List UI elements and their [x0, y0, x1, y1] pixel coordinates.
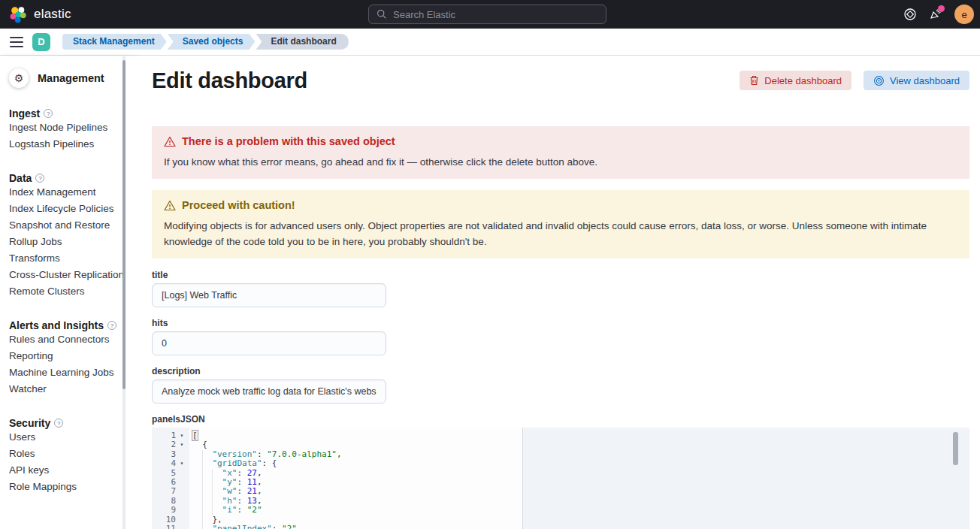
sidebar-item-transforms[interactable]: Transforms [9, 250, 134, 267]
menu-icon[interactable] [10, 37, 23, 47]
sidebar-item-cross-cluster-replication[interactable]: Cross-Cluster Replication [9, 267, 134, 283]
breadcrumb-stack-management[interactable]: Stack Management [62, 34, 167, 50]
sidebar-item-snapshot-and-restore[interactable]: Snapshot and Restore [9, 217, 134, 234]
code-line-8[interactable]: "h": 13, [189, 497, 969, 506]
code-line-4[interactable]: "gridData": { [189, 459, 969, 468]
sidebar-item-ingest-node-pipelines[interactable]: Ingest Node Pipelines [9, 119, 134, 136]
sidebar-item-rollup-jobs[interactable]: Rollup Jobs [9, 234, 134, 250]
sidebar-section-heading: Ingest? [9, 107, 134, 119]
top-header-bar: elastic e [0, 0, 980, 29]
section-help-icon: ? [35, 174, 44, 183]
elastic-logo[interactable]: elastic [9, 5, 71, 24]
breadcrumb-bar: D Stack ManagementSaved objectsEdit dash… [0, 29, 980, 56]
breadcrumb-saved-objects[interactable]: Saved objects [168, 34, 256, 50]
line-number: 4 [152, 459, 176, 468]
field-input-hits[interactable] [152, 331, 386, 355]
management-sidebar: ⚙ Management Ingest?Ingest Node Pipeline… [0, 56, 134, 529]
sidebar-item-remote-clusters[interactable]: Remote Clusters [9, 283, 134, 300]
view-dashboard-button[interactable]: View dashboard [864, 71, 969, 90]
sidebar-item-index-management[interactable]: Index Management [9, 184, 134, 201]
code-line-7[interactable]: "w": 21, [189, 487, 969, 496]
sidebar-section-heading: Alerts and Insights? [9, 319, 134, 331]
warning-icon [164, 200, 176, 211]
sidebar-item-api-keys[interactable]: API keys [9, 462, 134, 479]
sidebar-item-rules-and-connectors[interactable]: Rules and Connectors [9, 331, 134, 348]
section-help-icon: ? [54, 419, 63, 428]
breadcrumbs: Stack ManagementSaved objectsEdit dashbo… [62, 34, 349, 50]
sidebar-nav: Ingest?Ingest Node PipelinesLogstash Pip… [9, 107, 134, 495]
sidebar-scrollbar-thumb[interactable] [122, 60, 126, 389]
sidebar-item-role-mappings[interactable]: Role Mappings [9, 479, 134, 495]
line-number: 11 [152, 524, 176, 529]
code-line-9[interactable]: "i": "2" [189, 506, 969, 515]
fold-arrow-icon[interactable]: ▾ [176, 459, 188, 468]
breadcrumb-edit-dashboard: Edit dashboard [256, 34, 348, 50]
panels-json-editor[interactable]: 1▾2▾34▾56789101112▾13▾14▾ [{"version": "… [152, 428, 969, 529]
space-badge-letter: D [38, 36, 44, 47]
section-help-icon: ? [44, 109, 53, 118]
warning-icon [164, 136, 176, 147]
code-line-5[interactable]: "x": 27, [189, 469, 969, 478]
delete-icon [749, 75, 759, 86]
field-label-hits: hits [152, 318, 969, 328]
avatar-letter: e [961, 9, 966, 20]
form-fields: titlehitsdescription [152, 270, 969, 404]
error-callout-title: There is a problem with this saved objec… [182, 135, 395, 148]
sidebar-item-users[interactable]: Users [9, 429, 134, 446]
view-icon [873, 75, 885, 86]
kibana-window: elastic e [0, 0, 980, 529]
line-number: 9 [152, 506, 176, 515]
warning-callout-title: Proceed with caution! [182, 199, 295, 212]
field-label-title: title [152, 270, 969, 280]
sidebar-section-heading: Security? [9, 417, 134, 429]
page-actions: Delete dashboard View dashboard [740, 71, 969, 90]
field-input-description[interactable] [152, 379, 386, 404]
panels-json-label: panelsJSON [152, 414, 969, 425]
main-content: Edit dashboard Delete dashboard View das… [134, 56, 980, 529]
sidebar-item-machine-learning-jobs[interactable]: Machine Learning Jobs [9, 364, 134, 381]
sidebar-item-reporting[interactable]: Reporting [9, 348, 134, 364]
elastic-logo-icon [9, 5, 28, 24]
logo-text: elastic [34, 7, 71, 22]
delete-button-label: Delete dashboard [764, 75, 842, 86]
gear-icon: ⚙ [9, 68, 29, 88]
user-avatar[interactable]: e [954, 5, 974, 24]
editor-gutter: 1▾2▾34▾56789101112▾13▾14▾ [152, 428, 189, 529]
line-number: 2 [152, 440, 176, 449]
fold-arrow-icon[interactable]: ▾ [176, 431, 188, 440]
editor-code[interactable]: [{"version": "7.0.0-alpha1","gridData": … [189, 428, 969, 529]
delete-dashboard-button[interactable]: Delete dashboard [740, 71, 851, 90]
code-line-10[interactable]: }, [189, 515, 969, 524]
search-icon [377, 9, 387, 20]
code-line-1[interactable]: [ [189, 431, 969, 440]
sidebar-item-watcher[interactable]: Watcher [9, 381, 134, 398]
space-badge[interactable]: D [32, 33, 50, 51]
newsfeed-icon[interactable] [929, 8, 942, 21]
sidebar-header: ⚙ Management [9, 68, 134, 88]
warning-callout-body: Modifying objects is for advanced users … [164, 218, 957, 249]
sidebar-title: Management [38, 72, 104, 84]
view-button-label: View dashboard [890, 75, 960, 86]
code-line-11[interactable]: "panelIndex": "2", [189, 524, 969, 529]
line-number: 7 [152, 487, 176, 496]
sidebar-section-heading: Data? [9, 172, 134, 184]
sidebar-item-roles[interactable]: Roles [9, 446, 134, 462]
sidebar-item-index-lifecycle-policies[interactable]: Index Lifecycle Policies [9, 201, 134, 217]
notification-dot [938, 5, 945, 12]
help-icon[interactable] [903, 8, 917, 21]
field-label-description: description [152, 366, 969, 376]
code-line-3[interactable]: "version": "7.0.0-alpha1", [189, 450, 969, 459]
code-line-6[interactable]: "y": 11, [189, 478, 969, 487]
sidebar-item-logstash-pipelines[interactable]: Logstash Pipelines [9, 136, 134, 153]
print-margin-line [522, 428, 523, 529]
field-input-title[interactable] [152, 283, 386, 307]
search-input[interactable] [393, 9, 581, 20]
warning-callout: Proceed with caution! Modifying objects … [152, 190, 969, 258]
error-callout: There is a problem with this saved objec… [152, 126, 969, 179]
global-search[interactable] [368, 5, 606, 24]
fold-arrow-icon[interactable]: ▾ [176, 440, 188, 449]
editor-scrollbar-thumb[interactable] [953, 432, 958, 465]
section-help-icon: ? [107, 321, 116, 330]
error-callout-body: If you know what this error means, go ah… [164, 154, 957, 170]
